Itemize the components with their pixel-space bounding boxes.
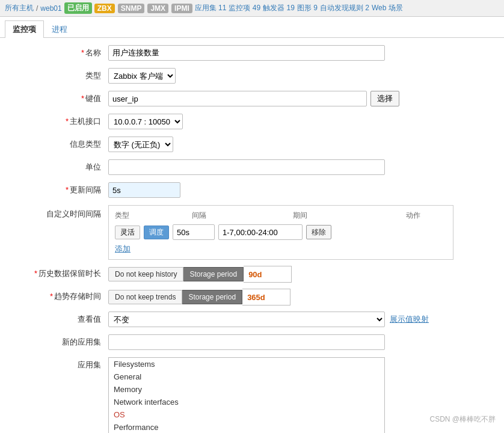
field-key: 选择 [108, 91, 492, 106]
appset-item[interactable]: Memory [109, 383, 384, 396]
row-info-type: 信息类型 数字 (无正负) [12, 137, 492, 153]
label-host-interface: *主机接口 [12, 114, 108, 127]
history-controls: Do not keep history Storage period 90d [108, 266, 292, 283]
row-appset: 应用集 FilesystemsGeneralMemoryNetwork inte… [12, 357, 492, 433]
label-update-interval: *更新间隔 [12, 182, 108, 195]
col-header-interval: 间隔 [192, 210, 288, 221]
badge-enabled: 已启用 [64, 2, 92, 14]
label-lookup: 查看值 [12, 312, 108, 325]
btn-remove-interval[interactable]: 移除 [306, 225, 331, 239]
required-star-hostif: * [66, 117, 69, 126]
select-type[interactable]: Zabbix 客户端 [108, 68, 176, 84]
required-star-key: * [81, 94, 84, 103]
tab-monitor-item[interactable]: 监控项 [5, 20, 44, 38]
tab-bar: 监控项 进程 [0, 17, 504, 38]
nav-autodiscover[interactable]: 自动发现规则 2 [320, 3, 369, 13]
row-update-interval: *更新间隔 [12, 182, 492, 199]
tab-process[interactable]: 进程 [44, 20, 75, 38]
badge-snmp[interactable]: SNMP [118, 4, 145, 13]
btn-select-key[interactable]: 选择 [370, 91, 399, 106]
row-name: *名称 [12, 45, 492, 62]
row-type: 类型 Zabbix 客户端 [12, 68, 492, 85]
label-info-type: 信息类型 [12, 137, 108, 150]
label-key: *键值 [12, 91, 108, 104]
appset-item[interactable]: OS [109, 408, 384, 421]
col-header-period: 期间 [293, 210, 401, 221]
field-info-type: 数字 (无正负) [108, 137, 492, 152]
label-appset: 应用集 [12, 357, 108, 370]
label-unit: 单位 [12, 159, 108, 173]
breadcrumb-web01[interactable]: web01 [40, 4, 61, 13]
appset-dropdown[interactable]: FilesystemsGeneralMemoryNetwork interfac… [108, 357, 385, 433]
row-key: *键值 选择 [12, 91, 492, 108]
field-unit [108, 159, 492, 175]
watermark: CSDN @棒棒吃不胖 [429, 414, 496, 425]
label-type: 类型 [12, 68, 108, 81]
required-star-update: * [66, 185, 69, 194]
nav-webscene[interactable]: Web 场景 [372, 3, 403, 13]
badge-jmx[interactable]: JMX [147, 4, 168, 13]
field-lookup: 不变 展示值映射 [108, 312, 492, 327]
nav-appset[interactable]: 应用集 11 [195, 3, 227, 13]
field-type: Zabbix 客户端 [108, 68, 492, 84]
interval-row-1: 灵活 调度 移除 [115, 224, 447, 240]
trends-value: 365d [242, 289, 290, 306]
add-interval-row: 添加 [115, 244, 447, 254]
input-unit[interactable] [108, 159, 385, 175]
field-host-interface: 10.0.0.7 : 10050 [108, 114, 492, 129]
appset-item[interactable]: Network interfaces [109, 396, 384, 408]
required-star-trends: * [50, 292, 53, 301]
required-star-history: * [34, 269, 37, 278]
input-period-value[interactable] [218, 224, 303, 240]
btn-type-schedule[interactable]: 调度 [144, 226, 169, 239]
badge-zbx[interactable]: ZBX [94, 4, 115, 13]
appset-item[interactable]: Performance [109, 421, 384, 433]
breadcrumb-all-hosts[interactable]: 所有主机 [5, 3, 34, 13]
btn-storage-period-trends[interactable]: Storage period [182, 290, 242, 304]
form-container: *名称 类型 Zabbix 客户端 *键值 选择 *主机接口 10.0.0 [0, 38, 504, 433]
label-history: *历史数据保留时长 [12, 266, 108, 279]
btn-no-keep-trends[interactable]: Do not keep trends [108, 290, 182, 304]
input-name[interactable] [108, 45, 385, 61]
btn-add-interval[interactable]: 添加 [115, 244, 131, 254]
field-update-interval [108, 182, 492, 198]
row-host-interface: *主机接口 10.0.0.7 : 10050 [12, 114, 492, 131]
input-update-interval[interactable] [108, 182, 180, 198]
field-trends: Do not keep trends Storage period 365d [108, 289, 492, 306]
link-display-mapping[interactable]: 展示值映射 [390, 314, 429, 325]
trends-controls: Do not keep trends Storage period 365d [108, 289, 290, 306]
required-star-name: * [81, 48, 84, 57]
row-history: *历史数据保留时长 Do not keep history Storage pe… [12, 266, 492, 283]
nav-graph[interactable]: 图形 9 [297, 3, 318, 13]
top-nav: 所有主机 / web01 已启用 ZBX SNMP JMX IPMI 应用集 1… [0, 0, 504, 17]
label-new-appset: 新的应用集 [12, 334, 108, 348]
interval-header: 类型 间隔 期间 动作 [115, 210, 447, 221]
label-custom-interval: 自定义时间间隔 [12, 205, 108, 220]
row-trends: *趋势存储时间 Do not keep trends Storage perio… [12, 289, 492, 306]
select-lookup[interactable]: 不变 [108, 312, 385, 327]
badge-ipmi[interactable]: IPMI [171, 4, 192, 13]
history-value: 90d [244, 266, 292, 283]
row-new-appset: 新的应用集 [12, 334, 492, 351]
field-name [108, 45, 492, 61]
label-trends: *趋势存储时间 [12, 289, 108, 302]
input-interval-value[interactable] [173, 224, 215, 240]
interval-section: 类型 间隔 期间 动作 灵活 调度 移除 添加 [108, 205, 453, 260]
btn-type-flexible[interactable]: 灵活 [115, 226, 140, 239]
select-host-interface[interactable]: 10.0.0.7 : 10050 [108, 114, 183, 129]
appset-item[interactable]: General [109, 370, 384, 383]
label-name: *名称 [12, 45, 108, 58]
col-header-action: 动作 [406, 210, 442, 221]
field-history: Do not keep history Storage period 90d [108, 266, 492, 283]
input-key[interactable] [108, 91, 367, 106]
input-new-appset[interactable] [108, 334, 385, 350]
appset-item[interactable]: Filesystems [109, 358, 384, 370]
col-header-type: 类型 [115, 210, 187, 221]
btn-storage-period-history[interactable]: Storage period [183, 267, 244, 281]
nav-monitor[interactable]: 监控项 49 [229, 3, 260, 13]
select-info-type[interactable]: 数字 (无正负) [108, 137, 173, 152]
field-new-appset [108, 334, 492, 350]
field-custom-interval: 类型 间隔 期间 动作 灵活 调度 移除 添加 [108, 205, 492, 260]
nav-trigger[interactable]: 触发器 19 [263, 3, 295, 13]
btn-no-keep-history[interactable]: Do not keep history [108, 267, 183, 281]
